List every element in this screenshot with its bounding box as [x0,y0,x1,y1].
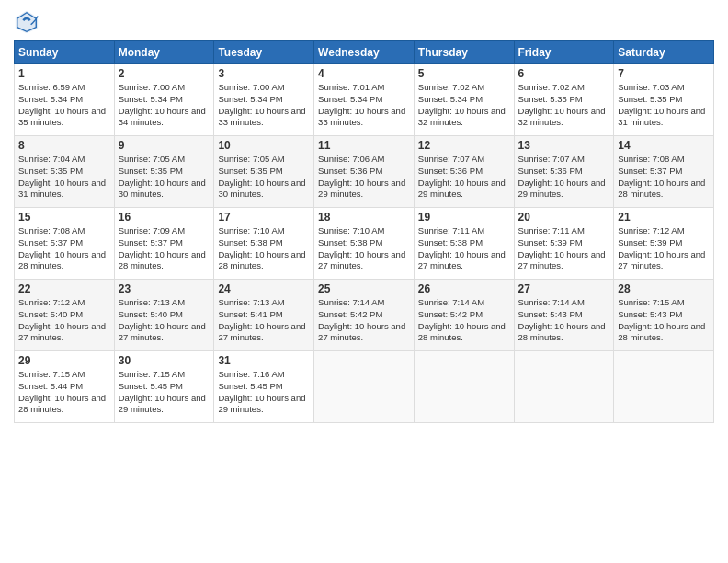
sunset-text: Sunset: 5:34 PM [119,94,183,104]
sunrise-text: Sunrise: 7:15 AM [618,297,684,307]
day-number: 14 [618,139,710,152]
cell-content: Sunrise: 7:12 AMSunset: 5:39 PMDaylight:… [618,225,710,272]
calendar-cell: 19Sunrise: 7:11 AMSunset: 5:38 PMDayligh… [414,208,514,280]
calendar-cell: 16Sunrise: 7:09 AMSunset: 5:37 PMDayligh… [114,208,214,280]
day-of-week-header: Friday [514,41,614,64]
daylight-text: Daylight: 10 hours and 28 minutes. [518,321,606,343]
day-of-week-header: Thursday [414,41,514,64]
sunrise-text: Sunrise: 7:04 AM [18,154,85,164]
sunset-text: Sunset: 5:36 PM [418,166,483,176]
calendar-cell [514,351,614,423]
day-number: 30 [119,354,210,367]
cell-content: Sunrise: 7:10 AMSunset: 5:38 PMDaylight:… [218,225,310,272]
calendar-cell: 10Sunrise: 7:05 AMSunset: 5:35 PMDayligh… [214,136,314,208]
day-of-week-header: Saturday [614,41,714,64]
sunrise-text: Sunrise: 7:13 AM [119,297,185,307]
sunset-text: Sunset: 5:37 PM [18,237,83,247]
sunrise-text: Sunrise: 7:14 AM [518,297,585,307]
day-number: 18 [318,211,410,224]
sunset-text: Sunset: 5:37 PM [119,237,183,247]
daylight-text: Daylight: 10 hours and 30 minutes. [218,178,305,200]
sunrise-text: Sunrise: 7:11 AM [418,225,484,236]
sunset-text: Sunset: 5:38 PM [218,237,282,247]
sunrise-text: Sunrise: 7:11 AM [518,225,585,236]
calendar-cell: 30Sunrise: 7:15 AMSunset: 5:45 PMDayligh… [114,351,214,423]
sunrise-text: Sunrise: 7:05 AM [218,154,284,164]
daylight-text: Daylight: 10 hours and 27 minutes. [318,321,405,343]
day-number: 17 [218,211,310,224]
logo [14,9,43,35]
sunrise-text: Sunrise: 7:00 AM [119,82,185,92]
calendar-header-row: SundayMondayTuesdayWednesdayThursdayFrid… [15,41,714,64]
day-number: 8 [18,139,110,152]
daylight-text: Daylight: 10 hours and 28 minutes. [418,321,506,343]
cell-content: Sunrise: 7:03 AMSunset: 5:35 PMDaylight:… [618,82,710,129]
calendar-cell: 13Sunrise: 7:07 AMSunset: 5:36 PMDayligh… [514,136,614,208]
daylight-text: Daylight: 10 hours and 29 minutes. [119,393,206,415]
sunrise-text: Sunrise: 7:08 AM [18,225,85,236]
day-number: 23 [119,282,210,295]
sunset-text: Sunset: 5:42 PM [318,309,382,319]
day-number: 19 [418,211,510,224]
cell-content: Sunrise: 7:13 AMSunset: 5:40 PMDaylight:… [119,297,210,344]
sunrise-text: Sunrise: 7:02 AM [418,82,484,92]
cell-content: Sunrise: 7:00 AMSunset: 5:34 PMDaylight:… [218,82,310,129]
day-number: 13 [518,139,610,152]
calendar-cell: 17Sunrise: 7:10 AMSunset: 5:38 PMDayligh… [214,208,314,280]
calendar-cell: 12Sunrise: 7:07 AMSunset: 5:36 PMDayligh… [414,136,514,208]
calendar-cell: 1Sunrise: 6:59 AMSunset: 5:34 PMDaylight… [15,64,115,136]
daylight-text: Daylight: 10 hours and 27 minutes. [518,249,606,271]
daylight-text: Daylight: 10 hours and 33 minutes. [218,106,305,128]
day-number: 2 [119,67,210,80]
day-number: 29 [18,354,110,367]
daylight-text: Daylight: 10 hours and 28 minutes. [18,249,106,271]
daylight-text: Daylight: 10 hours and 27 minutes. [119,321,206,343]
sunrise-text: Sunrise: 7:14 AM [418,297,484,307]
sunset-text: Sunset: 5:45 PM [218,381,282,391]
calendar-cell: 26Sunrise: 7:14 AMSunset: 5:42 PMDayligh… [414,280,514,351]
sunset-text: Sunset: 5:35 PM [618,94,682,104]
calendar-container: SundayMondayTuesdayWednesdayThursdayFrid… [0,0,728,432]
calendar-cell: 20Sunrise: 7:11 AMSunset: 5:39 PMDayligh… [514,208,614,280]
calendar-cell: 28Sunrise: 7:15 AMSunset: 5:43 PMDayligh… [614,280,714,351]
cell-content: Sunrise: 7:01 AMSunset: 5:34 PMDaylight:… [318,82,410,129]
sunrise-text: Sunrise: 7:10 AM [318,225,384,236]
cell-content: Sunrise: 7:04 AMSunset: 5:35 PMDaylight:… [18,154,110,201]
sunrise-text: Sunrise: 7:01 AM [318,82,384,92]
calendar-table: SundayMondayTuesdayWednesdayThursdayFrid… [14,40,714,423]
calendar-cell: 23Sunrise: 7:13 AMSunset: 5:40 PMDayligh… [114,280,214,351]
cell-content: Sunrise: 7:07 AMSunset: 5:36 PMDaylight:… [518,154,610,201]
daylight-text: Daylight: 10 hours and 32 minutes. [518,106,606,128]
cell-content: Sunrise: 7:14 AMSunset: 5:42 PMDaylight:… [318,297,410,344]
day-number: 15 [18,211,110,224]
sunset-text: Sunset: 5:39 PM [618,237,682,247]
day-number: 31 [218,354,310,367]
cell-content: Sunrise: 7:15 AMSunset: 5:45 PMDaylight:… [119,369,210,416]
sunset-text: Sunset: 5:42 PM [418,309,483,319]
day-number: 11 [318,139,410,152]
day-number: 12 [418,139,510,152]
sunset-text: Sunset: 5:45 PM [119,381,183,391]
sunset-text: Sunset: 5:38 PM [418,237,483,247]
daylight-text: Daylight: 10 hours and 27 minutes. [218,321,305,343]
day-number: 3 [218,67,310,80]
daylight-text: Daylight: 10 hours and 31 minutes. [618,106,705,128]
calendar-cell: 11Sunrise: 7:06 AMSunset: 5:36 PMDayligh… [314,136,415,208]
sunset-text: Sunset: 5:34 PM [318,94,382,104]
daylight-text: Daylight: 10 hours and 29 minutes. [318,178,405,200]
day-number: 5 [418,67,510,80]
daylight-text: Daylight: 10 hours and 31 minutes. [18,178,106,200]
day-number: 22 [18,282,110,295]
daylight-text: Daylight: 10 hours and 30 minutes. [119,178,206,200]
calendar-cell: 27Sunrise: 7:14 AMSunset: 5:43 PMDayligh… [514,280,614,351]
day-of-week-header: Sunday [15,41,115,64]
calendar-cell [414,351,514,423]
day-number: 25 [318,282,410,295]
calendar-cell: 22Sunrise: 7:12 AMSunset: 5:40 PMDayligh… [15,280,115,351]
calendar-cell: 2Sunrise: 7:00 AMSunset: 5:34 PMDaylight… [114,64,214,136]
cell-content: Sunrise: 7:14 AMSunset: 5:43 PMDaylight:… [518,297,610,344]
calendar-cell: 29Sunrise: 7:15 AMSunset: 5:44 PMDayligh… [15,351,115,423]
sunrise-text: Sunrise: 7:10 AM [218,225,284,236]
sunset-text: Sunset: 5:35 PM [218,166,282,176]
cell-content: Sunrise: 7:07 AMSunset: 5:36 PMDaylight:… [418,154,510,201]
